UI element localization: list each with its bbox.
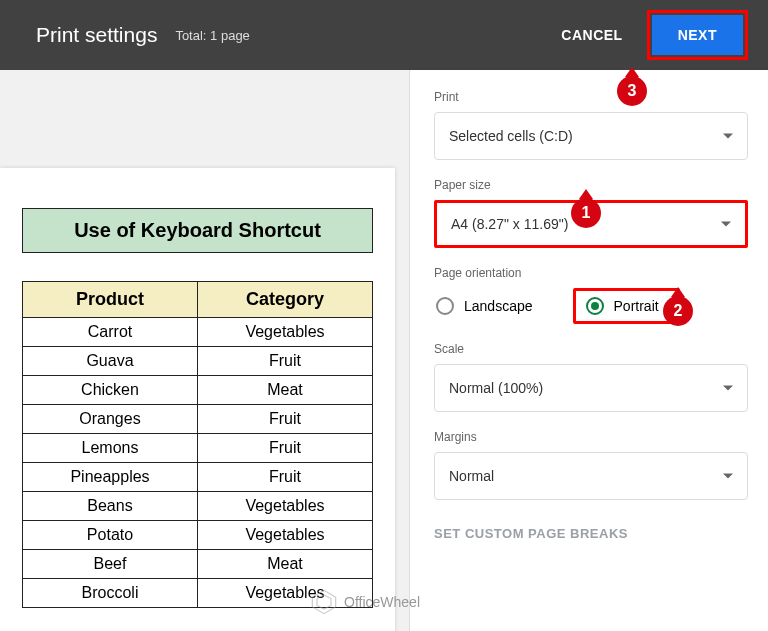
- cell-product: Broccoli: [23, 579, 198, 608]
- callout-badge-1: 1: [571, 198, 601, 228]
- page-count: Total: 1 page: [175, 28, 249, 43]
- print-label: Print: [434, 90, 748, 104]
- margins-label: Margins: [434, 430, 748, 444]
- cell-product: Beans: [23, 492, 198, 521]
- header-bar: Print settings Total: 1 page CANCEL NEXT: [0, 0, 768, 70]
- next-button-highlight: NEXT: [647, 10, 748, 60]
- table-row: CarrotVegetables: [23, 318, 373, 347]
- chevron-down-icon: [723, 134, 733, 139]
- next-button[interactable]: NEXT: [652, 15, 743, 55]
- preview-sheet: Use of Keyboard Shortcut Product Categor…: [0, 168, 395, 631]
- chevron-down-icon: [723, 386, 733, 391]
- cell-product: Carrot: [23, 318, 198, 347]
- cell-category: Vegetables: [197, 521, 372, 550]
- print-preview-pane: Use of Keyboard Shortcut Product Categor…: [0, 70, 410, 631]
- cell-category: Meat: [197, 376, 372, 405]
- scale-label: Scale: [434, 342, 748, 356]
- table-row: ChickenMeat: [23, 376, 373, 405]
- sheet-title-cell: Use of Keyboard Shortcut: [22, 208, 373, 253]
- callout-badge-3: 3: [617, 76, 647, 106]
- table-row: PotatoVegetables: [23, 521, 373, 550]
- table-row: LemonsFruit: [23, 434, 373, 463]
- cell-category: Fruit: [197, 347, 372, 376]
- table-row: PineapplesFruit: [23, 463, 373, 492]
- table-row: BeefMeat: [23, 550, 373, 579]
- set-custom-page-breaks-button[interactable]: SET CUSTOM PAGE BREAKS: [434, 526, 748, 541]
- cell-product: Oranges: [23, 405, 198, 434]
- orientation-portrait-label: Portrait: [614, 298, 659, 314]
- cell-category: Fruit: [197, 434, 372, 463]
- cell-product: Lemons: [23, 434, 198, 463]
- paper-size-value: A4 (8.27" x 11.69"): [451, 216, 568, 232]
- cell-category: Fruit: [197, 405, 372, 434]
- cell-category: Vegetables: [197, 579, 372, 608]
- cancel-button[interactable]: CANCEL: [545, 17, 638, 53]
- scale-dropdown[interactable]: Normal (100%): [434, 364, 748, 412]
- margins-dropdown[interactable]: Normal: [434, 452, 748, 500]
- table-header-row: Product Category: [23, 282, 373, 318]
- orientation-landscape-label: Landscape: [464, 298, 533, 314]
- table-row: BroccoliVegetables: [23, 579, 373, 608]
- cell-category: Vegetables: [197, 318, 372, 347]
- chevron-down-icon: [723, 474, 733, 479]
- cell-category: Vegetables: [197, 492, 372, 521]
- scale-value: Normal (100%): [449, 380, 543, 396]
- preview-table: Product Category CarrotVegetablesGuavaFr…: [22, 281, 373, 608]
- cell-product: Chicken: [23, 376, 198, 405]
- cell-product: Beef: [23, 550, 198, 579]
- cell-product: Pineapples: [23, 463, 198, 492]
- cell-product: Guava: [23, 347, 198, 376]
- settings-panel: Print Selected cells (C:D) Paper size A4…: [410, 70, 768, 631]
- print-range-dropdown[interactable]: Selected cells (C:D): [434, 112, 748, 160]
- print-range-value: Selected cells (C:D): [449, 128, 573, 144]
- orientation-label: Page orientation: [434, 266, 748, 280]
- col-header-category: Category: [197, 282, 372, 318]
- cell-category: Fruit: [197, 463, 372, 492]
- margins-value: Normal: [449, 468, 494, 484]
- radio-icon: [586, 297, 604, 315]
- cell-product: Potato: [23, 521, 198, 550]
- table-row: OrangesFruit: [23, 405, 373, 434]
- table-row: GuavaFruit: [23, 347, 373, 376]
- cell-category: Meat: [197, 550, 372, 579]
- radio-icon: [436, 297, 454, 315]
- callout-badge-2: 2: [663, 296, 693, 326]
- table-row: BeansVegetables: [23, 492, 373, 521]
- chevron-down-icon: [721, 222, 731, 227]
- col-header-product: Product: [23, 282, 198, 318]
- page-title: Print settings: [36, 23, 157, 47]
- orientation-landscape-radio[interactable]: Landscape: [434, 291, 543, 321]
